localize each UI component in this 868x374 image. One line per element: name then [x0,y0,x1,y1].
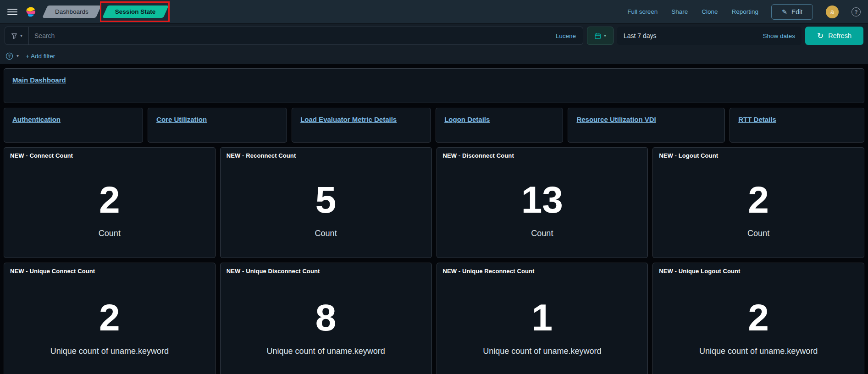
filter-bar: ▾ + Add filter [0,48,868,64]
metric-value: 2 [99,181,120,219]
query-bar: ▾ Lucene ▾ Last 7 days Show dates ↻ Refr… [0,24,868,48]
pencil-icon: ✎ [782,9,787,15]
metric-label: Unique count of uname.keyword [50,346,169,356]
core-utilization-link[interactable]: Core Utilization [156,116,207,123]
dashboard-content: Main Dashboard Authentication Core Utili… [0,64,868,374]
refresh-button-label: Refresh [828,32,851,39]
breadcrumb-session-state[interactable]: Session State [105,6,166,18]
panel-link-resource-utilization: Resource Utilization VDI [568,108,725,143]
metric-value: 2 [748,299,769,336]
date-picker-quick-menu-button[interactable]: ▾ [587,27,614,45]
saved-query-menu-button[interactable]: ▾ [5,27,29,44]
edit-button-label: Edit [791,8,802,16]
breadcrumb-dashboards[interactable]: Dashboards [45,6,99,18]
help-icon[interactable]: ? [851,7,861,16]
date-range-label[interactable]: Last 7 days [624,32,657,39]
clone-link[interactable]: Clone [702,8,718,15]
elastic-logo[interactable] [25,6,37,18]
metrics-row-1: NEW - Connect Count 2 Count NEW - Reconn… [4,147,864,258]
filter-options-icon[interactable] [6,52,13,60]
metric-title: NEW - Unique Connect Count [10,268,95,275]
panel-link-core-utilization: Core Utilization [148,108,287,143]
metric-value: 2 [99,299,120,336]
panel-main-dashboard: Main Dashboard [4,68,864,103]
rtt-details-link[interactable]: RTT Details [738,116,776,123]
panel-disconnect-count: NEW - Disconnect Count 13 Count [437,147,648,258]
dashboard-links-row: Authentication Core Utilization Load Eva… [4,108,864,143]
metric-label: Unique count of uname.keyword [483,346,601,356]
metric-label: Count [747,229,769,238]
metric-value: 13 [521,181,563,219]
avatar[interactable]: a [826,6,839,18]
panel-link-authentication: Authentication [4,108,143,143]
kibana-app: Dashboards Session State Full screen Sha… [0,0,868,374]
breadcrumb: Dashboards Session State [45,6,166,18]
metric-label: Count [315,229,337,238]
metric-label: Count [99,229,121,238]
filter-funnel-icon [11,33,17,39]
metric-title: NEW - Reconnect Count [227,152,296,159]
load-evaluator-link[interactable]: Load Evaluator Metric Details [300,116,397,123]
metric-label: Unique count of uname.keyword [267,346,385,356]
panel-reconnect-count: NEW - Reconnect Count 5 Count [220,147,432,258]
metric-value: 5 [315,181,337,219]
metric-title: NEW - Connect Count [10,152,73,159]
metric-title: NEW - Logout Count [659,152,718,159]
panel-unique-disconnect-count: NEW - Unique Disconnect Count 8 Unique c… [220,263,432,374]
metric-title: NEW - Unique Logout Count [659,268,740,275]
edit-button[interactable]: ✎ Edit [771,4,813,20]
add-filter-button[interactable]: + Add filter [26,53,55,60]
header-actions: Full screen Share Clone Reporting [627,8,758,15]
query-language-button[interactable]: Lucene [549,33,583,39]
metric-value: 8 [315,299,337,336]
authentication-link[interactable]: Authentication [12,116,61,123]
logon-details-link[interactable]: Logon Details [444,116,490,123]
share-link[interactable]: Share [671,8,688,15]
panel-link-load-evaluator: Load Evaluator Metric Details [292,108,431,143]
date-range[interactable]: Last 7 days Show dates [617,27,802,45]
breadcrumb-session-state-label: Session State [115,8,156,15]
search-input[interactable] [29,27,549,44]
metric-title: NEW - Unique Disconnect Count [227,268,320,275]
metric-value: 2 [748,181,769,219]
chevron-down-icon[interactable]: ▾ [17,54,19,58]
metric-label: Unique count of uname.keyword [699,346,818,356]
full-screen-link[interactable]: Full screen [627,8,658,15]
refresh-button[interactable]: ↻ Refresh [805,27,863,45]
metric-label: Count [531,229,553,238]
panel-logout-count: NEW - Logout Count 2 Count [652,147,864,258]
panel-link-rtt-details: RTT Details [730,108,864,143]
metrics-row-2: NEW - Unique Connect Count 2 Unique coun… [4,263,864,374]
panel-connect-count: NEW - Connect Count 2 Count [4,147,216,258]
main-dashboard-link[interactable]: Main Dashboard [12,76,66,84]
calendar-icon [594,33,601,39]
panel-link-logon-details: Logon Details [436,108,563,143]
metric-title: NEW - Unique Reconnect Count [443,268,535,275]
refresh-icon: ↻ [817,32,824,40]
breadcrumb-dashboards-label: Dashboards [55,8,88,15]
resource-utilization-vdi-link[interactable]: Resource Utilization VDI [576,116,656,123]
reporting-link[interactable]: Reporting [732,8,759,15]
panel-unique-logout-count: NEW - Unique Logout Count 2 Unique count… [652,263,864,374]
panel-unique-reconnect-count: NEW - Unique Reconnect Count 1 Unique co… [437,263,648,374]
metric-value: 1 [532,299,553,336]
top-header: Dashboards Session State Full screen Sha… [0,0,868,24]
chevron-down-icon: ▾ [604,33,606,38]
chevron-down-icon: ▾ [20,33,22,38]
metric-title: NEW - Disconnect Count [443,152,514,159]
show-dates-button[interactable]: Show dates [763,33,795,39]
panel-unique-connect-count: NEW - Unique Connect Count 2 Unique coun… [4,263,216,374]
menu-icon[interactable] [7,7,17,17]
search-bar: ▾ Lucene [5,27,583,45]
